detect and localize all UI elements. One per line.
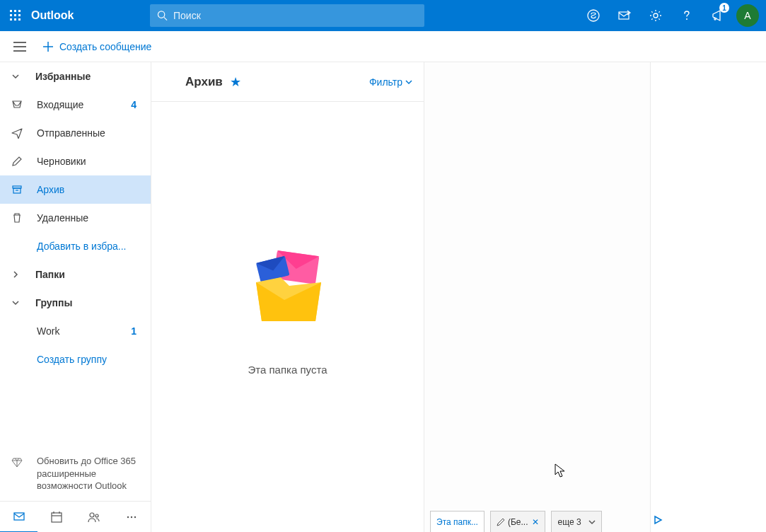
sidebar-item-label: Work (37, 325, 131, 337)
help-button[interactable] (671, 0, 702, 31)
svg-rect-3 (10, 14, 12, 16)
skype-icon (586, 8, 600, 23)
account-avatar[interactable]: A (736, 4, 759, 27)
app-launcher-button[interactable] (0, 0, 31, 31)
waffle-icon (10, 10, 21, 21)
svg-point-13 (654, 13, 658, 18)
sidebar-item-archive[interactable]: Архив (0, 175, 151, 204)
nav-toggle-button[interactable] (4, 31, 35, 62)
tab-label: Эта папк... (436, 517, 478, 527)
notifications-button[interactable]: 1 (702, 0, 733, 31)
svg-point-32 (134, 516, 136, 517)
svg-point-31 (131, 516, 132, 517)
new-message-button[interactable]: Создать сообщение (35, 31, 158, 62)
settings-button[interactable] (640, 0, 671, 31)
sidebar-item-deleted[interactable]: Удаленные (0, 204, 151, 232)
svg-point-30 (127, 516, 129, 517)
hamburger-icon (13, 42, 26, 52)
svg-rect-12 (619, 12, 629, 19)
svg-rect-23 (14, 513, 24, 520)
close-icon[interactable]: ✕ (532, 517, 539, 527)
filter-button[interactable]: Фильтр (369, 76, 412, 88)
favorites-section-header[interactable]: Избранные (0, 62, 151, 91)
module-mail-button[interactable] (0, 502, 37, 533)
sidebar-item-count: 4 (131, 99, 142, 110)
add-favorite-label: Добавить в избра... (37, 241, 142, 252)
svg-line-10 (164, 17, 167, 20)
task-tab-more[interactable]: еще 3 (551, 511, 601, 532)
task-tab-draft[interactable]: (Бе... ✕ (490, 511, 546, 532)
tab-label: (Бе... (508, 517, 528, 527)
svg-rect-1 (14, 10, 16, 12)
svg-point-29 (95, 514, 98, 517)
upgrade-link[interactable]: Обновить до Office 365 расширенные возмо… (0, 446, 151, 501)
search-box[interactable] (150, 4, 424, 27)
nav-list: Избранные Входящие 4 Отправленные Чернов… (0, 62, 151, 446)
create-group-link[interactable]: Создать группу (0, 345, 151, 374)
chevron-down-icon (405, 79, 412, 86)
sidebar-item-sent[interactable]: Отправленные (0, 119, 151, 147)
archive-icon (10, 184, 24, 195)
chevron-down-icon (588, 519, 596, 526)
main-area: Избранные Входящие 4 Отправленные Чернов… (0, 62, 766, 532)
add-favorite-link[interactable]: Добавить в избра... (0, 232, 151, 260)
svg-point-14 (686, 18, 687, 20)
sidebar-item-count: 1 (131, 325, 142, 337)
mail-action-icon (617, 8, 632, 23)
sidebar-item-inbox[interactable]: Входящие 4 (0, 91, 151, 119)
svg-rect-24 (52, 513, 62, 522)
empty-message: Эта папка пуста (248, 364, 327, 376)
tab-label: еще 3 (557, 517, 581, 527)
chevron-down-icon (8, 72, 23, 81)
module-switcher (0, 501, 151, 532)
mail-icon (13, 510, 25, 523)
task-tabstrip: Эта папк... (Бе... ✕ еще 3 (424, 509, 650, 532)
sidebar-item-label: Удаленные (37, 212, 142, 224)
top-bar: Outlook 1 A (0, 0, 766, 31)
chevron-right-icon (8, 270, 23, 279)
search-input[interactable] (173, 10, 417, 21)
module-calendar-button[interactable] (37, 502, 75, 533)
sidebar-item-label: Отправленные (37, 127, 142, 139)
calendar-icon (50, 511, 63, 524)
sidebar: Избранные Входящие 4 Отправленные Чернов… (0, 62, 151, 532)
folders-section-header[interactable]: Папки (0, 260, 151, 289)
folder-title: Архив (185, 75, 223, 89)
filter-label: Фильтр (369, 76, 402, 88)
folders-label: Папки (35, 269, 65, 280)
svg-rect-0 (10, 10, 12, 12)
module-people-button[interactable] (76, 502, 113, 533)
svg-rect-5 (18, 14, 21, 16)
ellipsis-icon (125, 511, 138, 524)
task-tab-active[interactable]: Эта папк... (430, 511, 484, 532)
groups-label: Группы (35, 297, 72, 308)
skype-button[interactable] (578, 0, 609, 31)
module-more-button[interactable] (113, 502, 151, 533)
sidebar-item-label: Архив (37, 184, 142, 195)
groups-section-header[interactable]: Группы (0, 289, 151, 317)
trash-icon (10, 212, 24, 224)
sidebar-item-label: Черновики (37, 156, 142, 167)
ad-choices-icon[interactable] (653, 515, 663, 528)
search-icon (157, 10, 168, 21)
outbox-button[interactable] (609, 0, 640, 31)
diamond-icon (10, 456, 24, 468)
command-bar: Создать сообщение (0, 31, 766, 62)
svg-rect-2 (18, 10, 21, 12)
plus-icon (42, 41, 54, 52)
gear-icon (649, 8, 663, 23)
brand-name[interactable]: Outlook (31, 9, 150, 22)
sidebar-group-work[interactable]: Work 1 (0, 317, 151, 345)
upgrade-text: Обновить до Office 365 расширенные возмо… (37, 455, 142, 492)
sidebar-item-drafts[interactable]: Черновики (0, 147, 151, 175)
favorites-label: Избранные (35, 71, 91, 82)
list-header: Архив ★ Фильтр (151, 62, 424, 102)
svg-point-9 (158, 11, 164, 18)
empty-folder-illustration (242, 243, 334, 331)
pencil-icon (497, 518, 505, 526)
reading-pane: Эта папк... (Бе... ✕ еще 3 (424, 62, 651, 532)
favorite-star-icon[interactable]: ★ (230, 74, 241, 90)
sent-icon (10, 127, 24, 139)
message-list-pane: Архив ★ Фильтр Эта папка пуста (151, 62, 424, 532)
inbox-icon (10, 99, 24, 110)
